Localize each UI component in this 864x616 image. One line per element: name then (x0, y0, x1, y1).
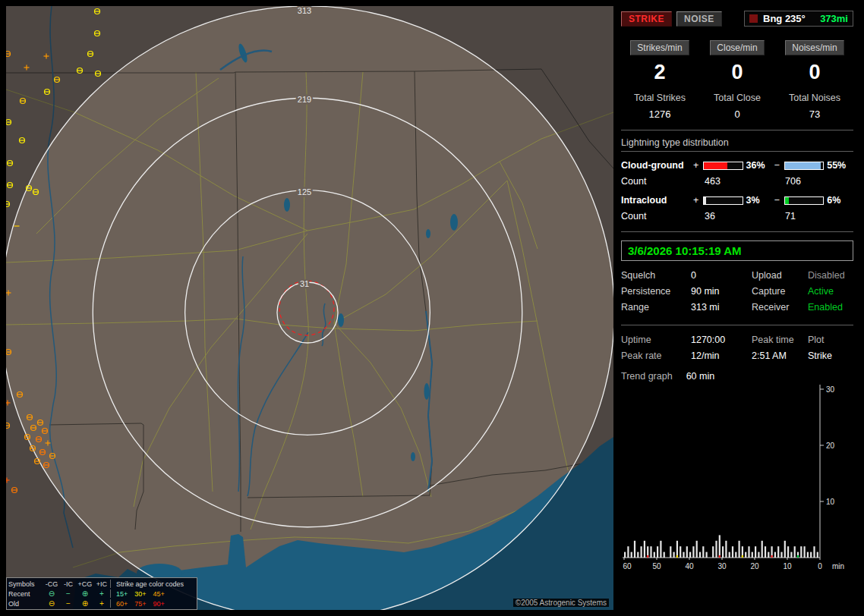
trend-bar (702, 546, 704, 558)
trend-bar (804, 546, 806, 558)
total-noises-label: Total Noises (776, 93, 853, 103)
trend-bar (680, 546, 681, 558)
trend-x-tick: 60 (623, 562, 632, 570)
count-label: Count (621, 176, 694, 187)
trend-x-tick: 20 (750, 562, 759, 570)
legend-row-old-label: Old (8, 600, 43, 608)
age-30: 30+ (134, 590, 146, 598)
cg-positive-bar (703, 162, 743, 170)
trend-bar (673, 552, 675, 558)
distribution-title: Lightning type distribution (621, 137, 853, 152)
trend-bar (699, 552, 701, 558)
plus-sign: + (692, 195, 701, 206)
trend-bar (706, 552, 708, 558)
trend-y-tick: 20 (826, 442, 835, 450)
trend-bar (634, 541, 635, 558)
legend-age-header: Strike age color codes (110, 580, 195, 588)
strikes-per-min-label: Strikes/min (630, 40, 689, 55)
plot-value: Strike (808, 350, 853, 361)
cg-negative-count: 706 (779, 176, 801, 187)
total-noises-value: 73 (776, 108, 853, 120)
trend-bar (715, 541, 717, 558)
cg-positive-pct: 36% (746, 160, 773, 171)
persistence-label: Persistence (621, 286, 691, 297)
range-label: Range (621, 302, 691, 313)
strikes-per-min-value: 2 (621, 61, 698, 84)
trend-window-value: 60 min (686, 371, 715, 382)
trend-x-tick: 50 (652, 562, 661, 570)
lightning-tracker-app: 31125219313 Symbols -CG -IC +CG +IC Stri… (0, 0, 864, 616)
age-60: 60+ (116, 600, 128, 608)
noises-per-min-value: 0 (776, 61, 853, 84)
trend-bar (624, 552, 626, 558)
squelch-label: Squelch (621, 270, 691, 281)
map-canvas[interactable]: 31125219313 (6, 6, 613, 610)
legend-symbols-header: Symbols (8, 580, 43, 588)
trend-bar (686, 546, 688, 558)
trend-x-tick: 10 (783, 562, 792, 570)
plot-label: Plot (808, 335, 853, 345)
cloud-ground-label: Cloud-ground (621, 160, 692, 171)
trend-bar (676, 541, 678, 558)
total-close-label: Total Close (698, 93, 776, 103)
minus-sign: − (772, 195, 781, 206)
counter-noises: Noises/min 0 Total Noises 73 (776, 40, 853, 120)
trend-bar (800, 546, 802, 558)
trend-bar (748, 546, 749, 558)
trend-bar (774, 552, 776, 558)
copyright-text: ©2005 Astrogenic Systems (513, 599, 609, 607)
trend-strike-mark (771, 555, 773, 558)
trend-bar (810, 552, 812, 558)
trend-graph-label: Trend graph (621, 371, 673, 382)
plus-sign: + (692, 160, 701, 171)
intracloud-label: Intracloud (621, 195, 692, 206)
trend-bar (696, 541, 698, 558)
upload-label: Upload (752, 270, 808, 281)
cg-negative-bar (784, 162, 824, 170)
control-panel: STRIKE NOISE Bng 235° 373mi Strikes/min … (616, 6, 858, 610)
trend-bar (758, 552, 759, 558)
trend-bar (725, 541, 727, 558)
minus-sign: − (772, 160, 781, 171)
rate-counters: Strikes/min 2 Total Strikes 1276 Close/m… (621, 40, 853, 120)
trend-bar (627, 546, 629, 558)
strike-button[interactable]: STRIKE (621, 11, 672, 27)
close-per-min-label: Close/min (710, 40, 764, 55)
close-per-min-value: 0 (698, 61, 776, 84)
capture-label: Capture (752, 286, 808, 297)
bearing-distance: 373mi (820, 13, 848, 24)
trend-bar (722, 546, 724, 558)
peak-time-value: 2:51 AM (752, 350, 808, 361)
trend-x-tick: 0 (818, 562, 822, 570)
legend-col-pos-cg: +CG (77, 580, 93, 588)
trend-bar (729, 552, 730, 558)
peak-rate-label: Peak rate (621, 350, 691, 361)
trend-y-tick: 30 (826, 385, 835, 394)
stats-row-uptime: Uptime 1270:00 Peak time Plot (621, 332, 853, 347)
noises-per-min-label: Noises/min (785, 40, 844, 55)
trend-bar (739, 541, 740, 558)
map-area: 31125219313 Symbols -CG -IC +CG +IC Stri… (6, 6, 613, 610)
ic-positive-bar (703, 196, 743, 205)
trend-bar (712, 546, 714, 558)
ic-positive-pct: 3% (746, 195, 773, 206)
trend-graph: 3020106050403020100min (621, 383, 853, 580)
trend-bar (689, 552, 691, 558)
pos-ic-icon: + (93, 590, 110, 598)
age-90: 90+ (153, 600, 165, 608)
ring-label: 313 (298, 6, 311, 15)
trend-bar (765, 546, 766, 558)
neg-ic-icon: − (60, 600, 77, 608)
trend-bar (644, 541, 645, 558)
ic-positive-count: 36 (694, 211, 779, 222)
count-label: Count (621, 211, 694, 222)
ic-count-row: Count 36 71 (621, 211, 853, 222)
trend-bar (657, 546, 658, 558)
noise-button[interactable]: NOISE (676, 11, 722, 27)
trend-bar (735, 552, 736, 558)
trend-bar (637, 552, 639, 558)
bearing-value: Bng 235° (763, 13, 806, 24)
trend-bar (752, 552, 753, 558)
counter-strikes: Strikes/min 2 Total Strikes 1276 (621, 40, 698, 120)
trend-bar (755, 546, 756, 558)
